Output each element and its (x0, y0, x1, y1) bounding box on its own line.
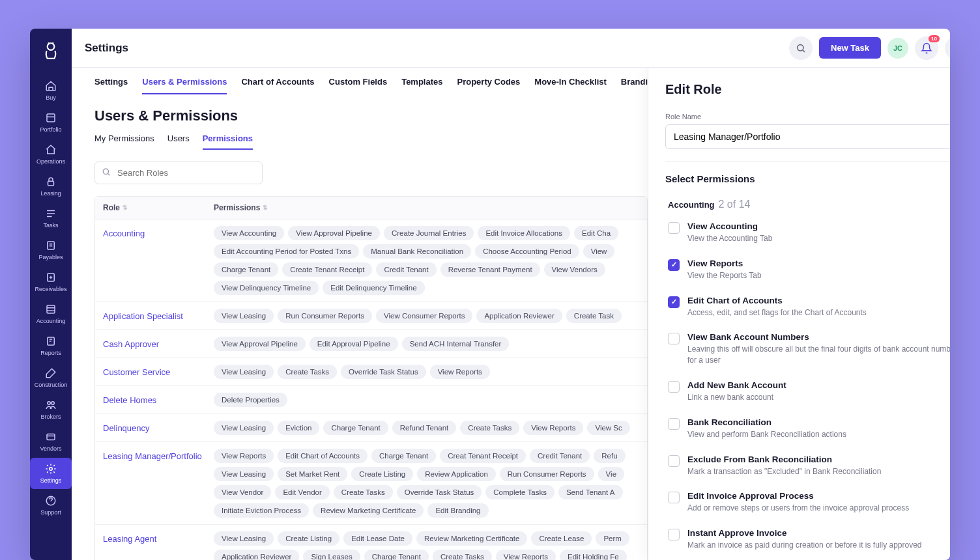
sidebar-item-accounting[interactable]: Accounting (30, 298, 72, 329)
svg-point-12 (798, 44, 803, 50)
permission-pill: View (583, 244, 615, 259)
permission-name: View Bank Account Numbers (687, 332, 950, 342)
search-roles-input[interactable] (94, 161, 263, 184)
permission-pill: Creat Tenant Receipt (440, 449, 526, 463)
permission-item: Edit Invoice Approval ProcessAdd or remo… (665, 484, 950, 521)
sidebar-item-tasks[interactable]: Tasks (30, 203, 72, 234)
tab-brandi[interactable]: Brandi (621, 77, 648, 94)
permission-item: Exclude From Bank ReconciliationMark a t… (665, 447, 950, 484)
permission-desc: View and perform Bank Reconciliation act… (687, 429, 950, 440)
permission-checkbox[interactable] (668, 529, 680, 540)
tab-users-permissions[interactable]: Users & Permissions (142, 77, 227, 94)
table-row: Customer ServiceView LeasingCreate Tasks… (95, 358, 647, 386)
permission-checkbox[interactable] (668, 381, 680, 393)
permission-checkbox[interactable]: ✓ (668, 259, 680, 271)
permission-checkbox[interactable] (668, 222, 680, 234)
sidebar-item-settings[interactable]: Settings (30, 458, 72, 489)
permission-pill: Charge Tenant (364, 550, 429, 560)
permission-pill: Create Listing (351, 467, 413, 481)
permission-pill: View Vendor (214, 485, 271, 499)
sort-icon: ⇅ (122, 204, 128, 211)
sidebar-item-reports[interactable]: Reports (30, 330, 72, 361)
role-link[interactable]: Application Specialist (103, 309, 214, 321)
nav-label: Settings (40, 477, 62, 484)
svg-point-10 (50, 468, 53, 471)
subtab-users[interactable]: Users (167, 133, 190, 150)
permission-pill: Edit Accounting Period for Posted Txns (214, 244, 359, 259)
payables-icon (45, 240, 57, 251)
sidebar-item-portfolio[interactable]: Portfolio (30, 107, 72, 138)
svg-rect-1 (47, 114, 55, 122)
permission-desc: Mark a transaction as "Excluded" in Bank… (687, 466, 950, 477)
permission-checkbox[interactable] (668, 418, 680, 430)
permission-name: View Accounting (687, 221, 950, 231)
tab-templates[interactable]: Templates (401, 77, 442, 94)
tab-property-codes[interactable]: Property Codes (457, 77, 521, 94)
subtab-my-permissions[interactable]: My Permissions (94, 133, 154, 150)
search-button[interactable] (789, 36, 813, 60)
operations-icon (45, 144, 57, 156)
svg-point-16 (103, 169, 108, 174)
sidebar-item-buy[interactable]: Buy (30, 75, 72, 106)
role-link[interactable]: Customer Service (103, 365, 214, 377)
th-permissions[interactable]: Permissions⇅ (214, 203, 268, 212)
search-icon (102, 167, 111, 179)
permission-pill: Create Tasks (334, 485, 393, 499)
sidebar-item-operations[interactable]: Operations (30, 139, 72, 170)
permission-pill: View Consumer Reports (376, 309, 472, 323)
new-task-button[interactable]: New Task (819, 37, 881, 59)
svg-rect-5 (47, 305, 55, 313)
sidebar-item-vendors[interactable]: Vendors (30, 426, 72, 457)
permission-pill: View Leasing (214, 309, 274, 323)
tab-settings[interactable]: Settings (94, 77, 128, 94)
topbar: Settings New Task JC 10 (72, 29, 950, 68)
role-link[interactable]: Delinquency (103, 421, 214, 433)
permission-checkbox[interactable] (668, 492, 680, 503)
role-link[interactable]: Accounting (103, 226, 214, 238)
receivables-icon (45, 272, 57, 283)
sidebar-item-leasing[interactable]: Leasing (30, 171, 72, 202)
role-link[interactable]: Delete Homes (103, 393, 214, 405)
permission-pill: Charge Tenant (214, 262, 278, 277)
permission-pill: Edit Vendor (275, 485, 329, 499)
brokers-icon (45, 399, 57, 411)
permission-pill: View Approval Pipeline (214, 337, 306, 351)
nav-label: Receivables (35, 286, 66, 292)
permission-name: Add New Bank Account (687, 380, 950, 390)
permission-pill: Charge Tenant (371, 449, 436, 463)
permission-pill: Create Task (566, 309, 622, 323)
permission-pill: Reverse Tenant Payment (440, 262, 540, 277)
permission-checkbox[interactable]: ✓ (668, 296, 680, 308)
role-link[interactable]: Cash Approver (103, 337, 214, 349)
permission-checkbox[interactable] (668, 333, 680, 344)
sidebar-item-brokers[interactable]: Brokers (30, 394, 72, 425)
avatar[interactable]: JC (887, 38, 908, 59)
role-link[interactable]: Leasing Agent (103, 531, 214, 544)
sidebar-item-support[interactable]: Support (30, 490, 72, 521)
permission-pill: Application Reviewer (214, 550, 299, 560)
sidebar-item-payables[interactable]: Payables (30, 234, 72, 266)
permission-pill: Complete Tasks (485, 485, 555, 499)
permission-pill: Send ACH Internal Transfer (402, 337, 510, 351)
more-button[interactable] (945, 36, 950, 60)
permission-item: Bank ReconciliationView and perform Bank… (665, 410, 950, 447)
permission-checkbox[interactable] (668, 455, 680, 467)
notifications-button[interactable]: 10 (915, 36, 938, 60)
subtab-permissions[interactable]: Permissions (203, 133, 253, 150)
permission-pill: Create Tenant Receipt (282, 262, 372, 277)
tab-custom-fields[interactable]: Custom Fields (329, 77, 388, 94)
permission-pill: Edit Chart of Accounts (278, 449, 368, 463)
table-row: AccountingView AccountingView Approval P… (95, 219, 647, 302)
th-role[interactable]: Role⇅ (103, 203, 214, 212)
accordion-accounting[interactable]: Accounting2 of 14 (665, 195, 950, 214)
role-name-input[interactable] (665, 124, 950, 149)
tab-move-in-checklist[interactable]: Move-In Checklist (534, 77, 607, 94)
construction-icon (45, 367, 57, 379)
sidebar-item-construction[interactable]: Construction (30, 362, 72, 393)
tab-chart-of-accounts[interactable]: Chart of Accounts (241, 77, 314, 94)
nav-label: Portfolio (40, 126, 61, 133)
sidebar-item-receivables[interactable]: Receivables (30, 266, 72, 298)
role-link[interactable]: Leasing Manager/Portfolio (103, 449, 214, 461)
panel-title: Edit Role (665, 82, 950, 97)
page-title: Settings (85, 42, 128, 55)
